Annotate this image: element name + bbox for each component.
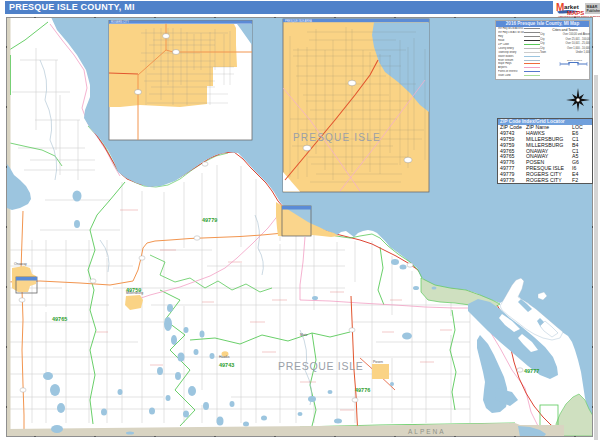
svg-text:PRESQUE ISLE: PRESQUE ISLE: [293, 132, 381, 143]
svg-text:Hawks: Hawks: [219, 355, 230, 359]
svg-text:49779: 49779: [202, 217, 217, 223]
svg-text:ALPENA: ALPENA: [408, 428, 446, 435]
svg-text:Posen: Posen: [373, 360, 383, 364]
svg-text:ROGERS CITY: ROGERS CITY: [111, 20, 129, 24]
svg-text:MAAR: MAAR: [587, 5, 598, 9]
svg-text:PRESQUE ISLE: PRESQUE ISLE: [278, 360, 363, 372]
svg-text:Onaway: Onaway: [14, 262, 27, 266]
svg-text:PRESQUE ISLE AREA: PRESQUE ISLE AREA: [285, 19, 312, 23]
svg-text:Scale of Miles: Scale of Miles: [567, 59, 583, 62]
svg-text:49765: 49765: [52, 316, 67, 322]
svg-text:49776: 49776: [355, 387, 370, 393]
svg-text:Publishers: Publishers: [587, 9, 600, 13]
svg-text:49743: 49743: [219, 362, 234, 368]
svg-text:Millersburg: Millersburg: [126, 291, 143, 295]
svg-text:49777: 49777: [524, 368, 539, 374]
svg-text:Metz: Metz: [300, 333, 308, 337]
